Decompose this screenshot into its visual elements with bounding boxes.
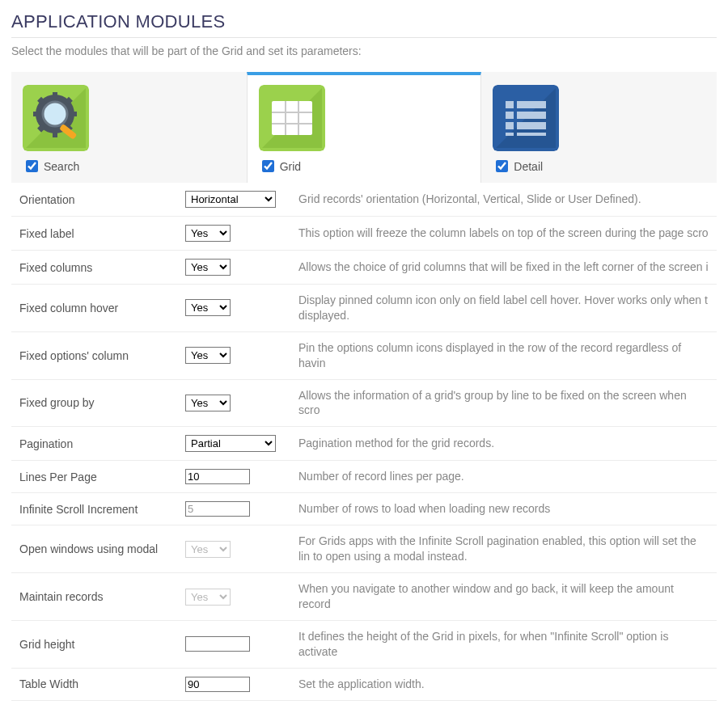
setting-control[interactable]: YesNo bbox=[185, 347, 231, 364]
setting-label: Grid height bbox=[11, 620, 177, 668]
tab-search-checkbox[interactable] bbox=[26, 160, 38, 172]
tab-detail[interactable]: Detail bbox=[481, 72, 717, 183]
setting-label: Fixed columns bbox=[11, 251, 177, 285]
setting-row: Lines Per PageNumber of record lines per… bbox=[11, 461, 717, 493]
module-tabs: SearchGridDetail bbox=[11, 72, 717, 183]
setting-description: Number of record lines per page. bbox=[290, 461, 717, 493]
setting-row: OrientationHorizontalVerticalSlideUser D… bbox=[11, 183, 717, 217]
setting-row: Grid heightIt defines the height of the … bbox=[11, 620, 717, 668]
setting-control bbox=[185, 501, 250, 517]
setting-description: Display pinned column icon only on field… bbox=[290, 285, 717, 332]
tab-grid-label: Grid bbox=[280, 160, 301, 173]
setting-row: Fixed column hoverYesNoDisplay pinned co… bbox=[11, 285, 717, 332]
setting-row: Table WidthSet the application width. bbox=[11, 668, 717, 700]
setting-row: Maintain recordsYesNoWhen you navigate t… bbox=[11, 573, 717, 621]
setting-label: Fixed column hover bbox=[11, 285, 177, 332]
page-subtitle: Select the modules that will be part of … bbox=[11, 44, 717, 57]
page-title: APPLICATION MODULES bbox=[11, 11, 717, 32]
divider bbox=[11, 37, 717, 38]
setting-control[interactable] bbox=[185, 469, 250, 484]
setting-description: Pagination method for the grid records. bbox=[290, 427, 717, 461]
setting-label: Table Width Unit bbox=[11, 700, 177, 709]
setting-description: It defines the height of the Grid in pix… bbox=[290, 620, 717, 668]
setting-description: Measure unit used for the application wi… bbox=[290, 700, 717, 709]
setting-control[interactable]: YesNo bbox=[185, 299, 231, 316]
setting-control[interactable]: YesNo bbox=[185, 259, 231, 276]
setting-label: Fixed label bbox=[11, 217, 177, 251]
setting-description: Set the application width. bbox=[290, 668, 717, 700]
setting-label: Infinite Scroll Increment bbox=[11, 493, 177, 525]
setting-row: Fixed options' columnYesNoPin the option… bbox=[11, 331, 717, 379]
setting-description: For Grids apps with the Infinite Scroll … bbox=[290, 525, 717, 573]
setting-control: YesNo bbox=[185, 541, 231, 558]
setting-control[interactable]: PartialTotalInfinite Scroll bbox=[185, 435, 276, 452]
setting-label: Pagination bbox=[11, 427, 177, 461]
settings-table: OrientationHorizontalVerticalSlideUser D… bbox=[11, 183, 717, 709]
setting-description: This option will freeze the column label… bbox=[290, 217, 717, 251]
setting-row: Fixed group byYesNoAllows the informatio… bbox=[11, 379, 717, 427]
setting-description: Grid records' orientation (Horizontal, V… bbox=[290, 183, 717, 217]
setting-description: Allows the information of a grid's group… bbox=[290, 379, 717, 427]
tab-search-label: Search bbox=[44, 160, 79, 173]
setting-row: PaginationPartialTotalInfinite ScrollPag… bbox=[11, 427, 717, 461]
tab-search[interactable]: Search bbox=[11, 72, 247, 183]
setting-description: When you navigate to another window and … bbox=[290, 573, 717, 621]
setting-label: Table Width bbox=[11, 668, 177, 700]
setting-control[interactable] bbox=[185, 677, 250, 692]
setting-description: Pin the options column icons displayed i… bbox=[290, 331, 717, 379]
setting-label: Orientation bbox=[11, 183, 177, 217]
setting-control: YesNo bbox=[185, 589, 231, 606]
setting-control[interactable]: YesNo bbox=[185, 225, 231, 242]
setting-description: Allows the choice of grid columns that w… bbox=[290, 251, 717, 285]
tab-grid-checkbox[interactable] bbox=[262, 160, 274, 172]
setting-row: Fixed columnsYesNoAllows the choice of g… bbox=[11, 251, 717, 285]
setting-control[interactable]: HorizontalVerticalSlideUser Defined bbox=[185, 191, 276, 208]
setting-label: Lines Per Page bbox=[11, 461, 177, 493]
tab-detail-label: Detail bbox=[514, 160, 543, 173]
setting-label: Open windows using modal bbox=[11, 525, 177, 573]
tab-detail-checkbox[interactable] bbox=[496, 160, 508, 172]
setting-row: Infinite Scroll IncrementNumber of rows … bbox=[11, 493, 717, 525]
setting-row: Open windows using modalYesNoFor Grids a… bbox=[11, 525, 717, 573]
setting-description: Number of rows to load when loading new … bbox=[290, 493, 717, 525]
setting-label: Fixed group by bbox=[11, 379, 177, 427]
setting-label: Maintain records bbox=[11, 573, 177, 621]
setting-control[interactable]: YesNo bbox=[185, 395, 231, 411]
setting-label: Fixed options' column bbox=[11, 331, 177, 379]
setting-control bbox=[185, 636, 250, 652]
search-icon bbox=[23, 85, 235, 151]
setting-row: Fixed labelYesNoThis option will freeze … bbox=[11, 217, 717, 251]
setting-row: Table Width UnitPercentPixelMeasure unit… bbox=[11, 700, 717, 709]
grid-icon bbox=[259, 85, 470, 151]
detail-icon bbox=[493, 85, 705, 151]
tab-grid[interactable]: Grid bbox=[247, 72, 482, 183]
